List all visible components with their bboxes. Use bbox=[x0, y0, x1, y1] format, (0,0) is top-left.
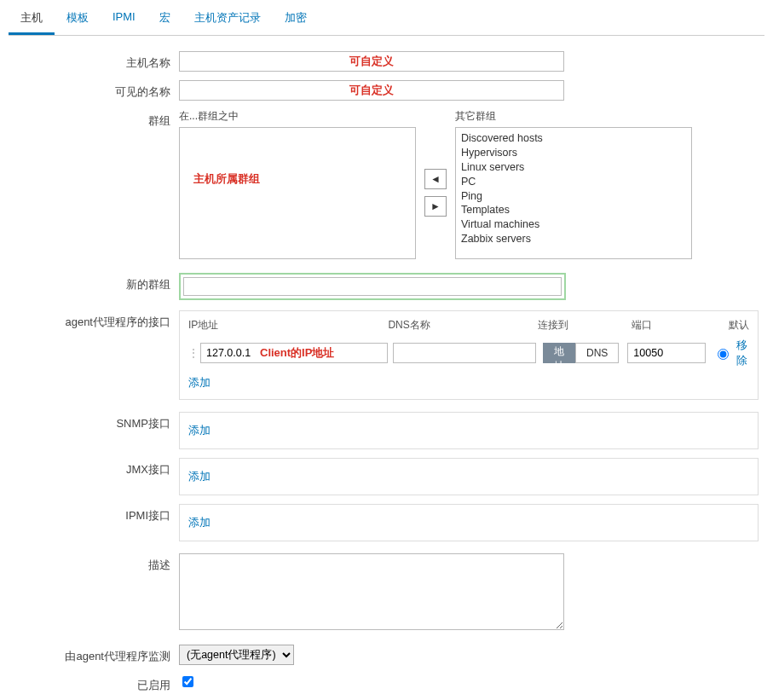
other-groups-listbox[interactable]: Discovered hosts Hypervisors Linux serve… bbox=[455, 127, 692, 259]
agent-remove-link[interactable]: 移除 bbox=[736, 338, 749, 368]
enabled-label: 已启用 bbox=[9, 674, 179, 693]
list-item[interactable]: Zabbix servers bbox=[459, 232, 688, 246]
agent-port-input[interactable] bbox=[627, 343, 706, 363]
agent-ip-input[interactable] bbox=[200, 343, 388, 363]
in-groups-listbox[interactable]: 主机所属群组 bbox=[179, 127, 416, 259]
in-groups-header: 在...群组之中 bbox=[179, 109, 416, 124]
agent-header-port: 端口 bbox=[632, 318, 716, 333]
description-textarea[interactable] bbox=[179, 553, 564, 630]
connect-ip-button[interactable]: IP地址 bbox=[543, 343, 575, 363]
connect-dns-button[interactable]: DNS bbox=[575, 343, 619, 363]
tab-inventory[interactable]: 主机资产记录 bbox=[182, 5, 273, 35]
proxy-label: 由agent代理程序监测 bbox=[9, 645, 179, 664]
in-groups-placeholder: 主机所属群组 bbox=[183, 131, 412, 187]
snmp-box: 添加 bbox=[179, 412, 759, 449]
drag-handle-icon[interactable]: ⋮⋮ bbox=[188, 347, 200, 359]
right-arrow-icon: ► bbox=[430, 200, 441, 212]
proxy-select[interactable]: (无agent代理程序) bbox=[179, 645, 294, 665]
jmx-add-link[interactable]: 添加 bbox=[188, 469, 211, 484]
hostname-input[interactable] bbox=[179, 51, 564, 72]
list-item[interactable]: PC bbox=[459, 175, 688, 189]
description-label: 描述 bbox=[9, 553, 179, 573]
agent-iface-box: IP地址 DNS名称 连接到 端口 默认 ⋮⋮ Client的IP地址 IP地址 bbox=[179, 310, 759, 400]
ipmi-label: IPMI接口 bbox=[9, 504, 179, 524]
tab-host[interactable]: 主机 bbox=[9, 5, 55, 35]
snmp-add-link[interactable]: 添加 bbox=[188, 423, 211, 438]
visiblename-input[interactable] bbox=[179, 80, 564, 101]
list-item[interactable]: Hypervisors bbox=[459, 146, 688, 160]
jmx-box: 添加 bbox=[179, 458, 759, 495]
move-right-button[interactable]: ► bbox=[424, 196, 447, 217]
jmx-label: JMX接口 bbox=[9, 458, 179, 477]
tab-ipmi[interactable]: IPMI bbox=[101, 5, 147, 35]
enabled-checkbox[interactable] bbox=[182, 676, 193, 687]
agent-default-radio[interactable] bbox=[718, 349, 729, 360]
tabs: 主机 模板 IPMI 宏 主机资产记录 加密 bbox=[9, 5, 764, 36]
tab-template[interactable]: 模板 bbox=[55, 5, 101, 35]
ipmi-add-link[interactable]: 添加 bbox=[188, 515, 211, 530]
visiblename-label: 可见的名称 bbox=[9, 80, 179, 100]
list-item[interactable]: Templates bbox=[459, 203, 688, 217]
snmp-label: SNMP接口 bbox=[9, 412, 179, 431]
groups-label: 群组 bbox=[9, 109, 179, 129]
agent-iface-label: agent代理程序的接口 bbox=[9, 310, 179, 330]
ipmi-box: 添加 bbox=[179, 504, 759, 541]
newgroup-input[interactable] bbox=[183, 277, 562, 296]
list-item[interactable]: Linux servers bbox=[459, 160, 688, 175]
agent-header-def: 默认 bbox=[716, 318, 749, 333]
other-groups-header: 其它群组 bbox=[455, 109, 692, 124]
list-item[interactable]: Ping bbox=[459, 189, 688, 204]
agent-header-conn: 连接到 bbox=[538, 318, 632, 333]
list-item[interactable]: Discovered hosts bbox=[459, 131, 688, 146]
agent-header-ip: IP地址 bbox=[188, 318, 388, 333]
tab-macro[interactable]: 宏 bbox=[147, 5, 182, 35]
newgroup-label: 新的群组 bbox=[9, 273, 179, 292]
hostname-label: 主机名称 bbox=[9, 51, 179, 71]
list-item[interactable]: Virtual machines bbox=[459, 217, 688, 232]
agent-iface-row: ⋮⋮ Client的IP地址 IP地址 DNS 移除 bbox=[188, 338, 749, 368]
tab-encryption[interactable]: 加密 bbox=[273, 5, 319, 35]
left-arrow-icon: ◄ bbox=[430, 173, 441, 185]
agent-header-dns: DNS名称 bbox=[388, 318, 537, 333]
move-left-button[interactable]: ◄ bbox=[424, 169, 447, 189]
agent-dns-input[interactable] bbox=[393, 343, 536, 363]
agent-add-link[interactable]: 添加 bbox=[188, 375, 211, 390]
